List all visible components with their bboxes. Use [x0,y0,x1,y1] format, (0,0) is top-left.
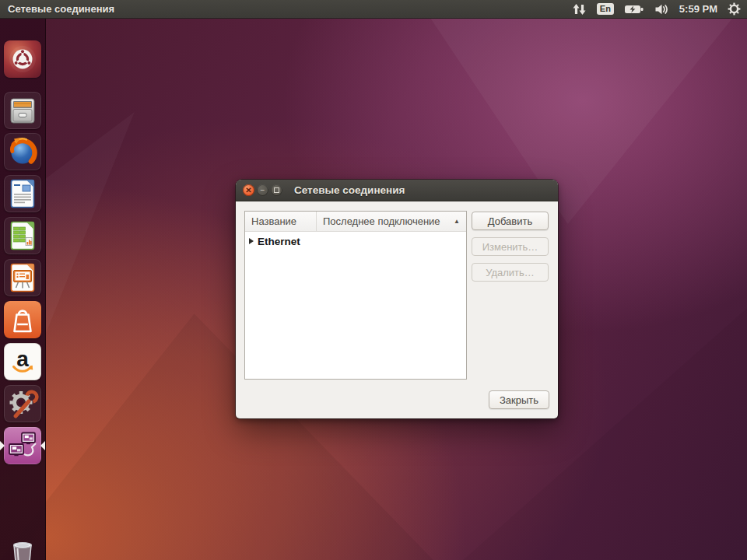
files-icon[interactable] [4,92,41,129]
connection-name: Ethernet [258,236,300,247]
column-header-last-used-label: Последнее подключение [323,215,440,227]
window-titlebar[interactable]: ✕ − Сетевые соединения [236,180,558,201]
launcher: a [0,19,46,560]
minimize-icon[interactable]: − [257,184,268,196]
expander-icon[interactable] [249,238,254,244]
battery-charging-icon[interactable] [624,4,644,15]
clock[interactable]: 5:59 PM [679,3,717,15]
desktop: Сетевые соединения En [0,0,747,560]
amazon-icon[interactable]: a [4,343,41,380]
window-title: Сетевые соединения [294,184,405,196]
running-indicator-arrow [0,441,5,450]
connection-row-ethernet[interactable]: Ethernet [245,232,466,250]
close-icon[interactable]: ✕ [243,184,254,196]
focused-indicator-arrow [40,441,45,450]
network-connections-window: ✕ − Сетевые соединения Название Последне… [236,180,558,418]
edit-button[interactable]: Изменить… [472,237,549,256]
firefox-icon[interactable] [4,133,41,170]
ubuntu-dash-icon[interactable] [4,40,41,78]
column-header-last-used[interactable]: Последнее подключение ▲ [317,212,466,231]
add-button[interactable]: Добавить [472,212,549,230]
libreoffice-writer-icon[interactable] [4,175,41,212]
libreoffice-impress-icon[interactable] [4,259,41,296]
volume-icon[interactable] [654,4,669,15]
ubuntu-software-icon[interactable] [4,301,41,338]
trash-icon[interactable] [4,535,41,560]
top-panel: Сетевые соединения En [0,0,747,19]
maximize-icon[interactable] [271,184,282,196]
delete-button[interactable]: Удалить… [472,263,549,282]
active-app-title: Сетевые соединения [8,3,114,15]
close-button[interactable]: Закрыть [489,390,549,409]
system-tray: En 5:59 PM [572,0,741,18]
window-body: Название Последнее подключение ▲ Etherne… [236,201,558,419]
list-header: Название Последнее подключение ▲ [245,212,466,232]
column-header-name-label: Название [251,215,296,227]
system-settings-icon[interactable] [4,385,41,422]
libreoffice-calc-icon[interactable] [4,217,41,254]
svg-text:a: a [16,347,29,371]
column-header-name[interactable]: Название [245,212,317,231]
network-connections-icon[interactable] [4,427,41,464]
network-traffic-arrows-icon[interactable] [572,3,587,16]
keyboard-layout-badge[interactable]: En [597,3,614,15]
connections-list[interactable]: Название Последнее подключение ▲ Etherne… [244,211,467,380]
sort-ascending-icon: ▲ [449,218,460,225]
session-gear-icon[interactable] [728,2,741,16]
